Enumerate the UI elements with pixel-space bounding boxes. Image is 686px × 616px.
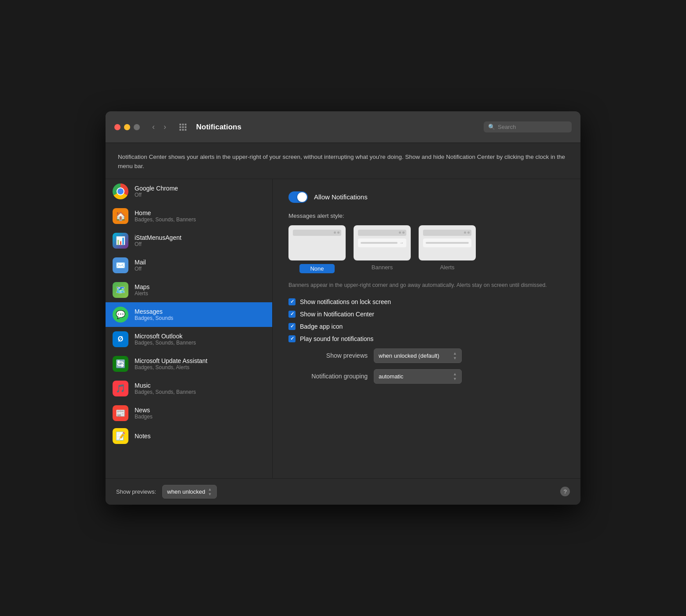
sidebar-item-notes[interactable]: 📝 Notes <box>106 425 272 447</box>
app-subtitle: Badges <box>135 414 153 420</box>
close-button[interactable] <box>114 124 120 130</box>
app-subtitle: Badges, Sounds, Banners <box>135 389 196 395</box>
right-panel: Allow Notifications Messages alert style… <box>273 179 580 478</box>
sidebar-item-news[interactable]: 📰 News Badges <box>106 401 272 425</box>
google-chrome-icon <box>113 183 128 199</box>
app-info: iStatMenusAgent Off <box>135 234 182 247</box>
sidebar-item-maps[interactable]: 🗺️ Maps Alerts <box>106 278 272 302</box>
alert-styles: None → <box>288 225 565 273</box>
alert-label-alerts: Alerts <box>440 264 454 271</box>
allow-notifications-label: Allow Notifications <box>314 193 368 201</box>
system-preferences-window: ‹ › Notifications 🔍 Notification Center … <box>106 111 580 505</box>
info-bar: Notification Center shows your alerts in… <box>106 143 580 179</box>
back-button[interactable]: ‹ <box>149 121 158 133</box>
app-info: Home Badges, Sounds, Banners <box>135 209 196 223</box>
app-subtitle: Badges, Sounds, Banners <box>135 340 196 346</box>
alert-preview-banners: → <box>354 225 411 260</box>
app-info: Maps Alerts <box>135 283 150 297</box>
dropdown-arrows: ▲ ▼ <box>453 351 457 360</box>
app-name: iStatMenusAgent <box>135 234 182 241</box>
sidebar-item-messages[interactable]: 💬 Messages Badges, Sounds <box>106 302 272 327</box>
dropdown-arrows: ▲ ▼ <box>453 372 457 381</box>
badge-label: Badge app icon <box>300 323 343 330</box>
allow-notifications-toggle[interactable] <box>288 191 308 203</box>
checkbox-row-badge: ✓ Badge app icon <box>288 323 565 330</box>
notif-grouping-dropdown[interactable]: automatic ▲ ▼ <box>374 369 462 384</box>
checkbox-row-sound: ✓ Play sound for notifications <box>288 335 565 342</box>
sound-checkbox[interactable]: ✓ <box>288 335 296 342</box>
alert-preview-none <box>288 225 346 260</box>
checkbox-row-notif-center: ✓ Show in Notification Center <box>288 311 565 318</box>
messages-icon: 💬 <box>113 307 128 323</box>
show-previews-bottom-dropdown[interactable]: when unlocked ▲ ▼ <box>162 485 217 499</box>
show-previews-bottom-label: Show previews: <box>116 488 156 495</box>
sound-label: Play sound for notifications <box>300 335 373 342</box>
notif-center-label: Show in Notification Center <box>300 311 374 318</box>
app-subtitle: Badges, Sounds, Alerts <box>135 364 208 370</box>
banner-description: Banners appear in the upper-right corner… <box>288 281 565 290</box>
home-icon: 🏠 <box>113 208 128 224</box>
notif-grouping-label: Notification grouping <box>288 373 368 380</box>
minimize-button[interactable] <box>124 124 130 130</box>
help-button[interactable]: ? <box>560 487 570 496</box>
search-icon: 🔍 <box>488 124 495 130</box>
chevron-down-icon: ▼ <box>453 377 457 381</box>
chevron-down-icon: ▼ <box>453 356 457 360</box>
nav-buttons: ‹ › <box>149 121 170 133</box>
alert-option-alerts[interactable]: Alerts <box>419 225 476 273</box>
grid-icon[interactable] <box>179 124 186 131</box>
alert-option-none[interactable]: None <box>288 225 346 273</box>
alert-option-banners[interactable]: → Banners <box>354 225 411 273</box>
chevron-up-icon: ▲ <box>453 372 457 376</box>
sidebar-item-google-chrome[interactable]: Google Chrome Off <box>106 179 272 204</box>
dropdown-arrows-bottom: ▲ ▼ <box>208 487 212 496</box>
show-previews-dropdown[interactable]: when unlocked (default) ▲ ▼ <box>374 348 462 363</box>
sidebar-item-music[interactable]: 🎵 Music Badges, Sounds, Banners <box>106 376 272 401</box>
app-subtitle: Off <box>135 241 182 247</box>
app-name: Google Chrome <box>135 185 178 192</box>
traffic-lights <box>114 124 140 130</box>
app-name: Messages <box>135 308 173 315</box>
app-info: Notes <box>135 433 151 440</box>
alert-style-label: Messages alert style: <box>288 213 565 219</box>
app-name: Maps <box>135 283 150 290</box>
forward-button[interactable]: › <box>160 121 170 133</box>
search-box[interactable]: 🔍 <box>484 121 572 132</box>
show-previews-value: when unlocked (default) <box>379 352 450 359</box>
show-previews-bottom-value: when unlocked <box>167 488 205 495</box>
search-input[interactable] <box>498 124 567 130</box>
sidebar-item-microsoft-outlook[interactable]: Ø Microsoft Outlook Badges, Sounds, Bann… <box>106 327 272 352</box>
app-subtitle: Alerts <box>135 290 150 297</box>
lock-screen-label: Show notifications on lock screen <box>300 298 391 305</box>
notif-center-checkbox[interactable]: ✓ <box>288 311 296 318</box>
chevron-up-icon: ▲ <box>208 487 212 491</box>
titlebar: ‹ › Notifications 🔍 <box>106 111 580 143</box>
notif-grouping-row: Notification grouping automatic ▲ ▼ <box>288 369 565 384</box>
badge-checkbox[interactable]: ✓ <box>288 323 296 330</box>
app-info: Microsoft Outlook Badges, Sounds, Banner… <box>135 333 196 346</box>
app-name: News <box>135 407 153 414</box>
news-icon: 📰 <box>113 405 128 421</box>
checkbox-check: ✓ <box>290 336 294 341</box>
app-info: Mail Off <box>135 259 146 272</box>
app-info: Google Chrome Off <box>135 185 178 198</box>
maps-icon: 🗺️ <box>113 282 128 298</box>
sidebar-item-microsoft-update-assistant[interactable]: 🔄 Microsoft Update Assistant Badges, Sou… <box>106 352 272 376</box>
chevron-down-icon: ▼ <box>208 492 212 496</box>
app-subtitle: Off <box>135 266 146 272</box>
checkbox-row-lock-screen: ✓ Show notifications on lock screen <box>288 298 565 305</box>
fullscreen-button[interactable] <box>134 124 140 130</box>
bottom-bar: Show previews: when unlocked ▲ ▼ ? <box>106 478 580 505</box>
sidebar-item-istatmenusagent[interactable]: 📊 iStatMenusAgent Off <box>106 228 272 253</box>
app-info: News Badges <box>135 407 153 420</box>
alert-preview-alerts <box>419 225 476 260</box>
lock-screen-checkbox[interactable]: ✓ <box>288 298 296 305</box>
sidebar-item-home[interactable]: 🏠 Home Badges, Sounds, Banners <box>106 204 272 228</box>
app-subtitle: Badges, Sounds <box>135 315 173 321</box>
sidebar-item-mail[interactable]: ✉️ Mail Off <box>106 253 272 278</box>
outlook-icon: Ø <box>113 331 128 347</box>
window-title: Notifications <box>196 123 478 132</box>
notif-grouping-value: automatic <box>379 373 450 380</box>
checkbox-check: ✓ <box>290 311 294 317</box>
show-previews-label: Show previews <box>288 352 368 359</box>
